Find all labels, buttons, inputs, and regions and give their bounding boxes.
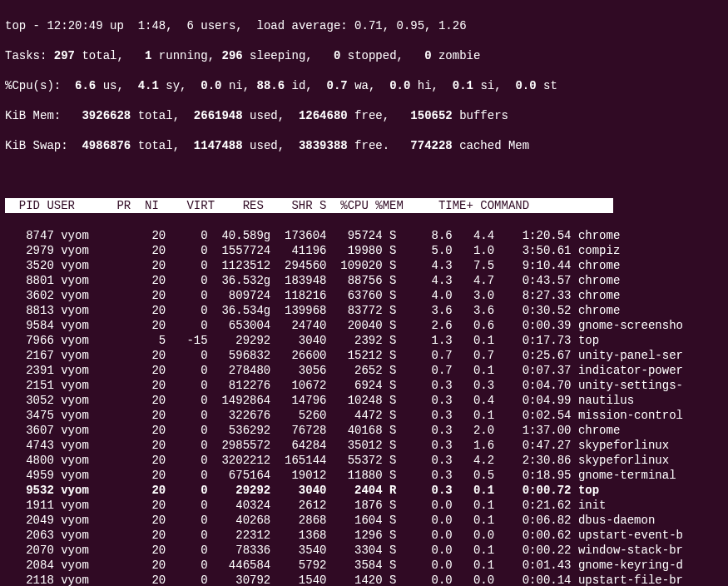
cpu-st: 0.0	[515, 79, 543, 92]
summary-line1: top - 12:20:49 up 1:48, 6 users, load av…	[5, 18, 723, 33]
label: stopped,	[348, 49, 424, 62]
process-row: 1911 vyom 20 0 40324 2612 1876 S 0.0 0.1…	[5, 498, 723, 513]
label: sy,	[166, 79, 201, 92]
label: us,	[103, 79, 138, 92]
label: KiB Mem:	[5, 109, 82, 122]
label: used,	[250, 139, 299, 152]
label: used,	[250, 109, 299, 122]
label: buffers	[459, 109, 508, 122]
users: 6 users,	[173, 19, 243, 32]
label: total,	[138, 109, 194, 122]
load-average: 0.71, 0.95, 1.26	[354, 19, 466, 32]
process-row: 3607 vyom 20 0 536292 76728 40168 S 0.3 …	[5, 423, 723, 438]
tasks-zombie: 0	[424, 49, 438, 62]
terminal[interactable]: top - 12:20:49 up 1:48, 6 users, load av…	[0, 0, 728, 586]
label: zombie	[438, 49, 480, 62]
process-row: 4800 vyom 20 0 3202212 165144 55372 S 0.…	[5, 453, 723, 468]
process-list: 8747 vyom 20 0 40.589g 173604 95724 S 8.…	[5, 228, 723, 586]
label: %Cpu(s):	[5, 79, 75, 92]
cpu-hi: 0.0	[389, 79, 418, 92]
process-row: 9584 vyom 20 0 653004 24740 20040 S 2.6 …	[5, 318, 723, 333]
cpu-ni: 0.0	[201, 79, 229, 92]
process-row: 2167 vyom 20 0 596832 26600 15212 S 0.7 …	[5, 348, 723, 363]
swap-cached: 774228	[410, 139, 459, 152]
process-row: 8801 vyom 20 0 36.532g 183948 88756 S 4.…	[5, 273, 723, 288]
process-row: 3602 vyom 20 0 809724 118216 63760 S 4.0…	[5, 288, 723, 303]
process-row: 9532 vyom 20 0 29292 3040 2404 R 0.3 0.1…	[5, 483, 723, 498]
swap-used: 1147488	[194, 139, 250, 152]
cpu-us: 6.6	[75, 79, 103, 92]
column-headers[interactable]: PID USER PR NI VIRT RES SHR S %CPU %MEM …	[5, 198, 613, 213]
swap-free: 3839388	[299, 139, 354, 152]
process-row: 2084 vyom 20 0 446584 5792 3584 S 0.0 0.…	[5, 558, 723, 573]
process-row: 4959 vyom 20 0 675164 19012 11880 S 0.3 …	[5, 468, 723, 483]
label: hi,	[418, 79, 453, 92]
label: load average:	[243, 19, 354, 32]
label: free.	[354, 139, 410, 152]
summary-tasks: Tasks: 297 total, 1 running, 296 sleepin…	[5, 48, 723, 63]
process-row: 8747 vyom 20 0 40.589g 173604 95724 S 8.…	[5, 228, 723, 243]
mem-used: 2661948	[194, 109, 250, 122]
label: si,	[480, 79, 515, 92]
label: total,	[82, 49, 145, 62]
process-row: 3052 vyom 20 0 1492864 14796 10248 S 0.3…	[5, 393, 723, 408]
tasks-sleeping: 296	[221, 49, 250, 62]
swap-total: 4986876	[82, 139, 137, 152]
process-row: 2979 vyom 20 0 1557724 41196 19980 S 5.0…	[5, 243, 723, 258]
uptime: 1:48,	[138, 19, 173, 32]
label: KiB Swap:	[5, 139, 82, 152]
tasks-total: 297	[54, 49, 82, 62]
summary-cpu: %Cpu(s): 6.6 us, 4.1 sy, 0.0 ni, 88.6 id…	[5, 78, 723, 93]
blank-line	[5, 168, 723, 183]
column-header-row[interactable]: PID USER PR NI VIRT RES SHR S %CPU %MEM …	[5, 198, 723, 213]
process-row: 3475 vyom 20 0 322676 5260 4472 S 0.3 0.…	[5, 408, 723, 423]
label: ni,	[229, 79, 257, 92]
cpu-si: 0.1	[453, 79, 481, 92]
process-row: 2063 vyom 20 0 22312 1368 1296 S 0.0 0.0…	[5, 528, 723, 543]
mem-free: 1264680	[299, 109, 354, 122]
process-row: 4743 vyom 20 0 2985572 64284 35012 S 0.3…	[5, 438, 723, 453]
label: total,	[138, 139, 194, 152]
process-row: 2391 vyom 20 0 278480 3056 2652 S 0.7 0.…	[5, 363, 723, 378]
mem-buffers: 150652	[410, 109, 459, 122]
time: 12:20:49	[47, 19, 102, 32]
label: free,	[354, 109, 410, 122]
process-row: 2118 vyom 20 0 30792 1540 1420 S 0.0 0.0…	[5, 573, 723, 586]
process-row: 2070 vyom 20 0 78336 3540 3304 S 0.0 0.1…	[5, 543, 723, 558]
label: running,	[159, 49, 222, 62]
process-row: 2049 vyom 20 0 40268 2868 1604 S 0.0 0.1…	[5, 513, 723, 528]
label: cached Mem	[459, 139, 529, 152]
mem-total: 3926628	[82, 109, 137, 122]
summary-mem: KiB Mem: 3926628 total, 2661948 used, 12…	[5, 108, 723, 123]
process-row: 2151 vyom 20 0 812276 10672 6924 S 0.3 0…	[5, 378, 723, 393]
label: id,	[292, 79, 327, 92]
label: sleeping,	[250, 49, 334, 62]
cpu-wa: 0.7	[327, 79, 355, 92]
tasks-stopped: 0	[334, 49, 348, 62]
cpu-id: 88.6	[256, 79, 291, 92]
process-row: 8813 vyom 20 0 36.534g 139968 83772 S 3.…	[5, 303, 723, 318]
label: up	[103, 19, 138, 32]
label: wa,	[354, 79, 389, 92]
summary-swap: KiB Swap: 4986876 total, 1147488 used, 3…	[5, 138, 723, 153]
label: top -	[5, 19, 47, 32]
label: st	[543, 79, 557, 92]
process-row: 7966 vyom 5 -15 29292 3040 2392 S 1.3 0.…	[5, 333, 723, 348]
label: Tasks:	[5, 49, 54, 62]
tasks-running: 1	[145, 49, 159, 62]
cpu-sy: 4.1	[138, 79, 166, 92]
process-row: 3520 vyom 20 0 1123512 294560 109020 S 4…	[5, 258, 723, 273]
